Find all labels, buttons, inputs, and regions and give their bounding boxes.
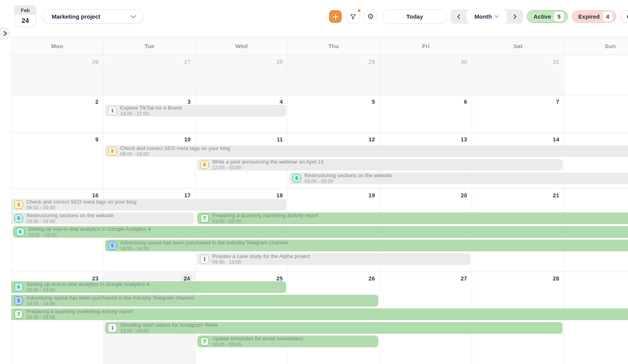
- event-bar[interactable]: 7Preparing a quarterly marketing activit…: [11, 308, 628, 320]
- day-header-sun: Sun: [564, 37, 628, 55]
- date-number: 6: [459, 99, 467, 105]
- event-title: Restructuring sections on the website: [304, 172, 392, 178]
- event-count-badge: 6: [14, 214, 23, 223]
- event-count-badge: 8: [14, 200, 23, 209]
- date-number: 26: [367, 275, 375, 282]
- calendar-day-cell[interactable]: 2: [11, 95, 103, 132]
- event-count-badge: 7: [200, 337, 209, 346]
- event-bar[interactable]: 8Write a post announcing the webinar on …: [197, 159, 563, 171]
- status-filter-active[interactable]: Active5: [527, 10, 568, 23]
- event-title: Prepare a case study for the Alpha proje…: [212, 253, 310, 259]
- calendar-day-cell[interactable]: 6: [380, 95, 472, 132]
- calendar-day-cell[interactable]: [564, 95, 628, 132]
- date-number: 21: [551, 192, 559, 199]
- calendar-day-cell[interactable]: 28: [196, 55, 288, 95]
- project-selector[interactable]: Marketing project: [42, 9, 144, 24]
- next-period-button[interactable]: [507, 9, 523, 24]
- event-time-range: 09:00 - 03:00: [26, 205, 136, 211]
- week-row: 262728293031: [11, 55, 628, 95]
- month-calendar-grid: MonTueWedThuFriSatSun 262728293031234567…: [11, 37, 628, 364]
- calendar-day-cell[interactable]: 29: [288, 55, 380, 95]
- today-button[interactable]: Today: [383, 9, 446, 24]
- date-number: 30: [459, 59, 467, 65]
- calendar-day-cell[interactable]: 30: [380, 55, 472, 95]
- calendar-day-cell[interactable]: 7: [472, 95, 564, 132]
- day-header-tue: Tue: [103, 37, 196, 55]
- week-row: 2345671Explore TikTok for a Brand14:00 -…: [11, 95, 628, 133]
- event-bar[interactable]: 6Restructuring sections on the website03…: [11, 212, 194, 224]
- date-number: 23: [91, 275, 98, 282]
- calendar-day-cell[interactable]: 5: [288, 95, 380, 132]
- day-header-fri: Fri: [380, 37, 472, 55]
- date-number: 31: [551, 59, 559, 65]
- date-number: 28: [275, 59, 283, 65]
- calendar-day-cell[interactable]: 26: [11, 55, 103, 95]
- status-filter-count: 4: [603, 12, 612, 21]
- event-count-badge: 5: [108, 241, 117, 250]
- toolbar: Feb 24 Marketing project ⚙ Today Month: [0, 0, 628, 37]
- event-title: Advertising space has been purchased in …: [120, 240, 288, 246]
- calendar-day-cell[interactable]: 10: [103, 133, 196, 188]
- date-number: 26: [91, 59, 98, 65]
- date-number: 13: [459, 136, 467, 143]
- filter-active-dot: [357, 9, 361, 13]
- mini-calendar-date-box[interactable]: Feb 24: [14, 5, 36, 27]
- event-bar[interactable]: 7Preparing a quarterly marketing activit…: [197, 212, 628, 224]
- add-task-button[interactable]: [329, 10, 342, 23]
- event-title: Check and correct SEO meta tags on your …: [120, 145, 230, 151]
- event-time-range: 03:00 - 03:00: [28, 232, 151, 238]
- status-filter-pills: Active5Expired4Completed: [527, 10, 628, 23]
- event-time-range: 14:00 - 14:00: [120, 246, 288, 251]
- event-bar[interactable]: 8Check and correct SEO meta tags on your…: [11, 199, 286, 211]
- event-time-range: 14:00 - 14:00: [26, 301, 194, 307]
- calendar-day-cell[interactable]: 27: [103, 55, 196, 95]
- event-bar[interactable]: 1Shooting short videos for Instagram Ree…: [105, 322, 563, 334]
- event-count-badge: 1: [200, 255, 209, 263]
- event-count-badge: 6: [16, 228, 24, 236]
- previous-period-button[interactable]: [450, 9, 467, 24]
- week-row: 2324252627286Setting up end-to-end analy…: [11, 272, 628, 364]
- calendar-day-cell[interactable]: 9: [11, 133, 103, 188]
- event-bar[interactable]: 7Update templates for email newsletters0…: [197, 336, 378, 347]
- date-number: 11: [275, 136, 283, 143]
- event-time-range: 03:00 - 03:00: [26, 219, 114, 224]
- event-count-badge: 6: [14, 283, 23, 291]
- event-bar[interactable]: 5Advertising space has been purchased in…: [105, 240, 628, 251]
- date-number: 27: [183, 59, 191, 65]
- event-bar[interactable]: 6Setting up end-to-end analytics in Goog…: [11, 281, 286, 293]
- event-time-range: 03:00 - 03:00: [26, 287, 149, 293]
- view-mode-selector[interactable]: Month: [467, 9, 507, 24]
- filter-button[interactable]: [346, 10, 360, 23]
- date-number: 5: [367, 99, 375, 105]
- date-number: 18: [275, 192, 283, 199]
- calendar-day-cell[interactable]: 31: [472, 55, 564, 95]
- calendar-day-cell[interactable]: [564, 55, 628, 95]
- week-row: 1617181920218Check and correct SEO meta …: [11, 189, 628, 272]
- date-number: 14: [551, 136, 559, 143]
- event-bar[interactable]: 8Check and correct SEO meta tags on your…: [105, 145, 628, 157]
- event-count-badge: 8: [200, 160, 209, 169]
- day-header-mon: Mon: [11, 37, 103, 55]
- event-time-range: 03:00 - 03:00: [304, 179, 392, 184]
- event-time-range: 00:00 - 03:00: [212, 342, 303, 347]
- event-bar[interactable]: 6Setting up end-to-end analytics in Goog…: [13, 226, 628, 238]
- event-title: Advertising space has been purchased in …: [26, 295, 194, 301]
- settings-button[interactable]: ⚙: [364, 10, 378, 23]
- event-bar[interactable]: 5Advertising space has been purchased in…: [11, 295, 378, 307]
- event-bar[interactable]: 1Prepare a case study for the Alpha proj…: [197, 253, 471, 265]
- event-count-badge: 1: [108, 106, 117, 115]
- event-count-badge: 8: [108, 147, 117, 155]
- event-bar[interactable]: 1Explore TikTok for a Brand14:00 - 17:00: [105, 105, 286, 117]
- date-number: 29: [367, 59, 375, 65]
- status-filter-expired[interactable]: Expired4: [572, 10, 616, 23]
- event-title: Preparing a quarterly marketing activity…: [212, 212, 318, 218]
- event-time-range: 15:00 - 03:00: [120, 328, 218, 334]
- chevron-left-icon: [457, 14, 460, 19]
- event-time-range: 09:00 - 13:00: [212, 260, 310, 265]
- chevron-down-icon: [495, 15, 499, 18]
- event-bar[interactable]: 6Restructuring sections on the website03…: [289, 172, 628, 184]
- date-number: 28: [551, 275, 559, 282]
- event-title: Setting up end-to-end analytics in Googl…: [28, 226, 151, 232]
- event-title: Shooting short videos for Instagram Reel…: [120, 322, 218, 328]
- status-filter-completed[interactable]: Completed: [620, 10, 628, 23]
